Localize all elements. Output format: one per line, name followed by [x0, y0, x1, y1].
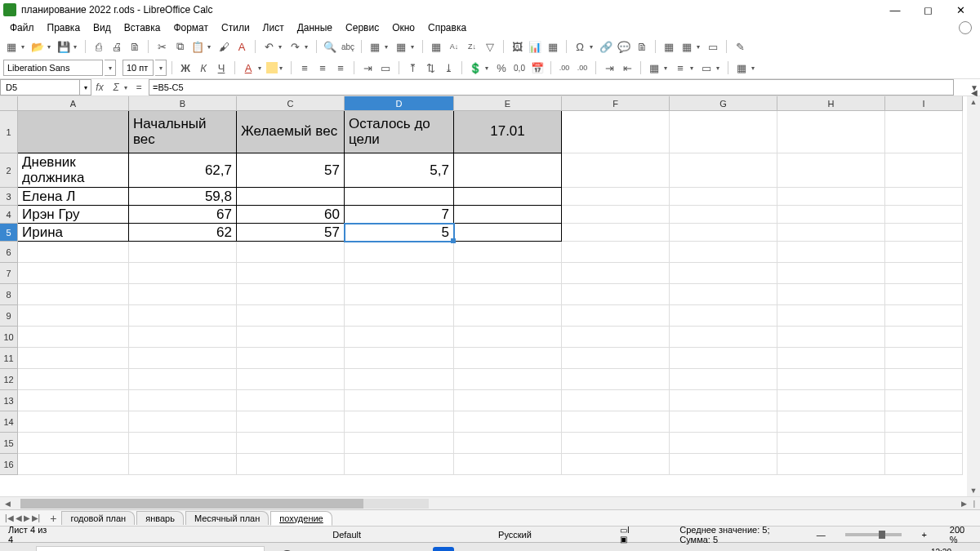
- remove-decimal-icon[interactable]: .00: [574, 60, 590, 76]
- cell-E4[interactable]: [454, 206, 562, 224]
- wrap-text-icon[interactable]: ⇥: [359, 60, 376, 76]
- cell-I3[interactable]: [885, 188, 963, 206]
- menu-sheet[interactable]: Лист: [256, 20, 291, 35]
- column-icon[interactable]: ▦: [393, 38, 409, 55]
- cell-G1[interactable]: [670, 111, 777, 153]
- conditional-format-icon[interactable]: ▦: [733, 60, 750, 76]
- print-preview-icon[interactable]: 🗎: [127, 38, 143, 55]
- font-color-icon[interactable]: A: [240, 60, 256, 76]
- copy-icon[interactable]: ⧉: [172, 38, 188, 55]
- header-footer-icon[interactable]: 🗎: [634, 38, 650, 55]
- store-icon[interactable]: 🛍: [407, 547, 428, 552]
- bold-button[interactable]: Ж: [177, 60, 194, 76]
- cell-I1[interactable]: [885, 111, 963, 153]
- cell-B1[interactable]: Начальный вес: [129, 111, 237, 153]
- menu-tools[interactable]: Сервис: [339, 20, 385, 35]
- cell-G5[interactable]: [670, 224, 777, 242]
- formula-icon[interactable]: =: [131, 79, 147, 96]
- col-header-E[interactable]: E: [454, 96, 562, 111]
- sum-icon[interactable]: Σ: [108, 79, 124, 96]
- taskbar-search[interactable]: 🔍 Введите здесь текст для поиска: [36, 546, 265, 552]
- sort-icon[interactable]: ▦: [428, 38, 444, 55]
- formula-input[interactable]: =B5-C5: [149, 79, 954, 96]
- globe-icon[interactable]: [959, 21, 972, 34]
- valign-top-icon[interactable]: ⤒: [404, 60, 421, 76]
- borders-icon[interactable]: ▦: [646, 60, 662, 76]
- cell-I2[interactable]: [885, 153, 963, 188]
- draw-icon[interactable]: ✎: [732, 38, 748, 55]
- col-header-H[interactable]: H: [777, 96, 885, 111]
- maximize-button[interactable]: ◻: [918, 0, 938, 20]
- cell-G4[interactable]: [670, 206, 777, 224]
- menu-help[interactable]: Справка: [421, 20, 473, 35]
- row-header-16[interactable]: 16: [0, 454, 18, 475]
- cell-C2[interactable]: 57: [237, 153, 345, 188]
- system-clock[interactable]: 12:20 16.01.2022: [911, 548, 951, 552]
- increase-indent-icon[interactable]: ⇥: [601, 60, 617, 76]
- open-icon[interactable]: 📂: [29, 38, 46, 55]
- cell-C4[interactable]: 60: [237, 206, 345, 224]
- edge-icon[interactable]: ◉: [328, 547, 350, 552]
- sheet-tab-3[interactable]: похудение: [270, 511, 332, 526]
- freeze-icon[interactable]: ▦: [661, 38, 677, 55]
- cell-F5[interactable]: [562, 224, 670, 242]
- add-sheet-button[interactable]: +: [45, 512, 61, 525]
- menu-window[interactable]: Окно: [385, 20, 421, 35]
- date-format-icon[interactable]: 📅: [529, 60, 546, 76]
- row-header-7[interactable]: 7: [0, 263, 18, 284]
- row-header-2[interactable]: 2: [0, 153, 18, 188]
- cell-reference-dropdown[interactable]: ▾: [80, 79, 91, 96]
- menu-insert[interactable]: Вставка: [118, 20, 167, 35]
- cell-I4[interactable]: [885, 206, 963, 224]
- start-button[interactable]: [3, 545, 33, 552]
- cell-F2[interactable]: [562, 153, 670, 188]
- sheet-tab-1[interactable]: январь: [136, 511, 184, 525]
- menu-edit[interactable]: Правка: [41, 20, 87, 35]
- cell-B4[interactable]: 67: [129, 206, 237, 224]
- tab-last-icon[interactable]: ▶|: [32, 513, 41, 522]
- select-all-corner[interactable]: [0, 96, 18, 111]
- cell-H3[interactable]: [777, 188, 885, 206]
- cell-A6[interactable]: [18, 242, 129, 263]
- vertical-scrollbar[interactable]: ▲ ▼: [967, 96, 980, 496]
- cell-B2[interactable]: 62,7: [129, 153, 237, 188]
- merge-icon[interactable]: ▭: [377, 60, 394, 76]
- menu-view[interactable]: Вид: [87, 20, 118, 35]
- align-right-icon[interactable]: ≡: [332, 60, 349, 76]
- chart-icon[interactable]: 📊: [527, 38, 543, 55]
- menu-data[interactable]: Данные: [291, 20, 339, 35]
- save-icon[interactable]: 💾: [56, 38, 72, 55]
- cortana-icon[interactable]: ⊟¦: [302, 547, 323, 552]
- row-header-5[interactable]: 5: [0, 224, 18, 242]
- clone-format-icon[interactable]: 🖌: [216, 38, 232, 55]
- col-header-D[interactable]: D: [345, 96, 454, 111]
- cell-D3[interactable]: [345, 188, 454, 206]
- cell-F4[interactable]: [562, 206, 670, 224]
- row-header-1[interactable]: 1: [0, 111, 18, 153]
- row-header-3[interactable]: 3: [0, 188, 18, 206]
- tab-prev-icon[interactable]: ◀: [16, 513, 22, 522]
- row-header-4[interactable]: 4: [0, 206, 18, 224]
- border-color-icon[interactable]: ▭: [698, 60, 715, 76]
- window-icon[interactable]: ▭: [705, 38, 721, 55]
- comment-icon[interactable]: 💬: [616, 38, 632, 55]
- menu-format[interactable]: Формат: [167, 20, 215, 35]
- menu-file[interactable]: Файл: [3, 20, 41, 35]
- col-header-B[interactable]: B: [129, 96, 237, 111]
- sort-desc-icon[interactable]: Z↓: [464, 38, 480, 55]
- clear-format-icon[interactable]: A: [234, 38, 250, 55]
- cell-D1[interactable]: Осталось до цели: [345, 111, 454, 153]
- export-pdf-icon[interactable]: ⎙: [91, 38, 107, 55]
- row-header-9[interactable]: 9: [0, 305, 18, 327]
- underline-button[interactable]: Ч: [213, 60, 229, 76]
- number-format-icon[interactable]: 0,0: [511, 60, 528, 76]
- office-icon[interactable]: ◯: [511, 547, 532, 552]
- border-style-icon[interactable]: ≡: [672, 60, 688, 76]
- zoom-level[interactable]: 200 %: [947, 525, 975, 544]
- decrease-indent-icon[interactable]: ⇤: [619, 60, 635, 76]
- col-header-I[interactable]: I: [885, 96, 963, 111]
- mail-icon[interactable]: ✉: [381, 547, 402, 552]
- cell-C3[interactable]: [237, 188, 345, 206]
- row-header-8[interactable]: 8: [0, 284, 18, 305]
- language-indicator[interactable]: Русский: [495, 530, 535, 540]
